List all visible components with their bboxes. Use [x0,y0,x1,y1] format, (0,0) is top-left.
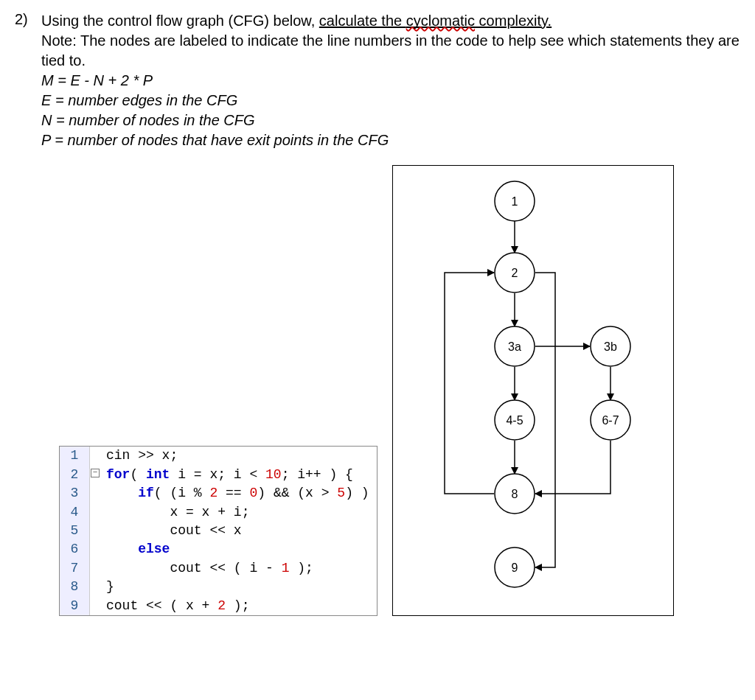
node-1-label: 1 [511,195,518,208]
q-text-1b: calculate the [319,13,406,29]
question-block: 2) Using the control flow graph (CFG) be… [15,11,740,150]
def-E: E = number edges in the CFG [41,91,740,111]
fold-icon[interactable]: − [91,469,100,477]
node-2-label: 2 [511,267,518,279]
cfg-svg: 1 2 3a 3b 4-5 6-7 8 9 [404,173,662,608]
node-3a-label: 3a [508,340,521,353]
line-num: 4 [60,503,90,522]
code-block: 1cin >> x; 2−for( int i = x; i < 10; i++… [59,446,378,616]
formula-M: M = E - N + 2 * P [41,71,740,91]
line-num: 2− [60,466,90,484]
node-9-label: 9 [511,561,518,574]
code-line: cout << ( i - 1 ); [90,559,321,578]
lower-row: 1cin >> x; 2−for( int i = x; i < 10; i++… [15,165,740,616]
q-text-1a: Using the control flow graph (CFG) below… [41,13,319,29]
line-num: 1 [60,447,90,465]
code-line: cin >> x; [90,447,185,465]
code-line: cout << ( x + 2 ); [90,597,257,615]
code-line: x = x + i; [90,503,257,522]
q-text-1c: cyclomatic [406,13,475,29]
node-8-label: 8 [511,488,518,500]
line-num: 5 [60,522,90,540]
node-3b-label: 3b [604,340,617,353]
code-line: if( (i % 2 == 0) && (x > 5) ) [90,484,377,503]
code-line: cout << x [90,522,249,540]
node-45-label: 4-5 [506,414,523,427]
q-text-1d: complexity. [475,13,552,29]
def-N: N = number of nodes in the CFG [41,111,740,130]
line-num: 9 [60,597,90,615]
question-body: Using the control flow graph (CFG) below… [41,11,740,150]
line-num: 6 [60,540,90,559]
line-num: 8 [60,578,90,596]
def-P: P = number of nodes that have exit point… [41,130,740,150]
cfg-diagram: 1 2 3a 3b 4-5 6-7 8 9 [392,165,674,616]
q-note: Note: The nodes are labeled to indicate … [41,31,740,71]
code-line: } [90,578,122,596]
line-num: 7 [60,559,90,578]
code-line: else [90,540,177,559]
node-67-label: 6-7 [602,414,619,427]
code-line: for( int i = x; i < 10; i++ ) { [90,466,361,484]
line-num: 3 [60,484,90,503]
question-number: 2) [15,11,32,28]
